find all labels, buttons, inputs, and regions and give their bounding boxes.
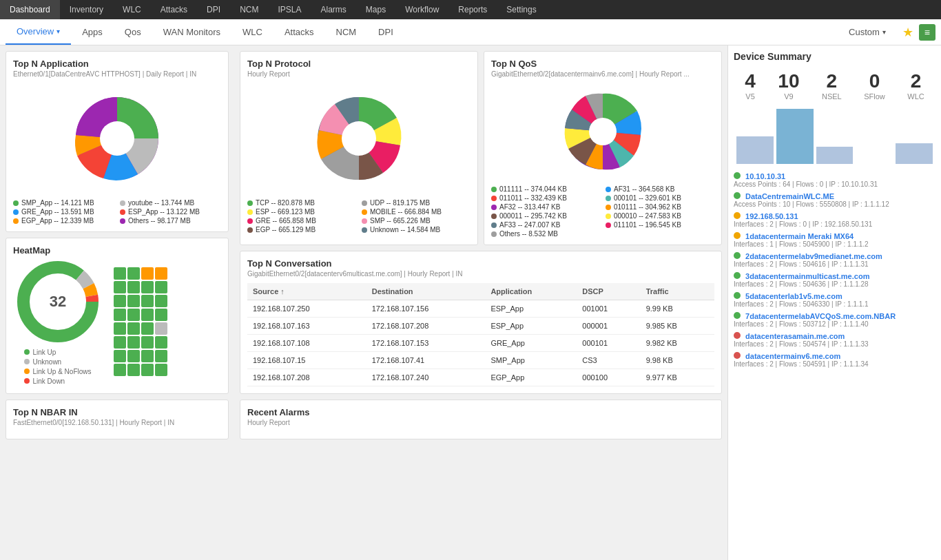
list-item[interactable]: datacentermainv6.me.com Interfaces : 2 |…: [734, 352, 935, 368]
left-panel: Top N Application Ethernet0/1[DataCentre…: [0, 45, 234, 560]
subnav-apps[interactable]: Apps: [71, 19, 114, 45]
device-summary-title: Device Summary: [734, 51, 935, 62]
device-name-row: 7datacentermelabAVCQoS.me.com.NBAR: [734, 312, 935, 320]
subnav-dpi[interactable]: DPI: [367, 19, 404, 45]
list-item[interactable]: 1datacentermain Meraki MX64 Interfaces :…: [734, 232, 935, 248]
cell-source: 192.168.107.208: [247, 369, 366, 386]
subnav-overview[interactable]: Overview ▾: [6, 19, 71, 45]
heatmap-grid: [114, 267, 167, 376]
subnav-attacks[interactable]: Attacks: [273, 19, 325, 45]
top-n-app-title: Top N Application: [13, 59, 221, 69]
recent-alarms-title: Recent Alarms: [247, 407, 714, 417]
cell-dscp: 000101: [577, 335, 640, 352]
nav-reports[interactable]: Reports: [448, 0, 497, 19]
device-status-icon: [734, 272, 741, 279]
svg-text:32: 32: [50, 293, 66, 310]
top-n-nbar-title: Top N NBAR IN: [13, 407, 221, 417]
subnav-qos[interactable]: Qos: [114, 19, 152, 45]
device-name: datacentermainv6.me.com: [745, 352, 840, 360]
subnav-ncm[interactable]: NCM: [325, 19, 368, 45]
device-name-row: datacenterasamain.me.com: [734, 332, 935, 340]
legend-dot: [120, 209, 125, 215]
nav-inventory[interactable]: Inventory: [60, 0, 113, 19]
device-name: 1datacentermain Meraki MX64: [745, 232, 854, 240]
device-status-icon: [734, 312, 741, 319]
device-status-icon: [734, 232, 741, 239]
chevron-down-icon: ▾: [56, 28, 60, 35]
col-dscp: DSCP: [577, 283, 640, 300]
top-n-app-chart: [13, 83, 221, 194]
dashboard-menu-button[interactable]: ≡: [919, 24, 935, 41]
list-item[interactable]: 7datacentermelabAVCQoS.me.com.NBAR Inter…: [734, 312, 935, 328]
list-item[interactable]: 192.168.50.131 Interfaces : 2 | Flows : …: [734, 212, 935, 228]
cell-application: SMP_App: [485, 352, 577, 369]
top-n-app-subtitle: Ethernet0/1[DataCentreAVC HTTPHOST] | Da…: [13, 70, 221, 78]
legend-item: GRE_App -- 13.591 MB: [13, 208, 114, 216]
table-row: 192.168.107.15172.168.107.41SMP_AppCS39.…: [247, 352, 714, 369]
cell-dscp: 000001: [577, 318, 640, 335]
svg-point-11: [589, 118, 617, 145]
device-name-row: DataCentremainWLC.ME: [734, 192, 935, 200]
list-item[interactable]: 2datacentermelabv9medianet.me.com Interf…: [734, 252, 935, 268]
favorite-button[interactable]: ★: [902, 25, 913, 40]
device-status-icon: [734, 192, 741, 199]
device-meta: Access Points : 64 | Flows : 0 | IP : 10…: [734, 180, 935, 188]
legend-dot: [13, 200, 19, 206]
col-destination: Destination: [366, 283, 486, 300]
device-meta: Interfaces : 2 | Flows : 0 | IP : 192.16…: [734, 220, 935, 228]
nav-dashboard[interactable]: Dashboard: [0, 0, 60, 19]
nav-workflow[interactable]: Workflow: [395, 0, 448, 19]
legend-item: youtube -- 13.744 MB: [120, 199, 221, 207]
device-counts: 4 V5 10 V9 2 NSEL 0 SFlow 2 WLC: [734, 70, 935, 101]
device-name-row: 3datacentermainmulticast.me.com: [734, 272, 935, 280]
table-row: 192.168.107.108172.168.107.153GRE_App000…: [247, 335, 714, 352]
heatmap-inner: 32 Link Up Unknown Link Up & NoFlows Lin…: [13, 257, 221, 386]
top-n-qos-legend: 011111 -- 374.044 KB AF31 -- 364.568 KB …: [491, 185, 714, 238]
svg-point-1: [100, 121, 134, 156]
nav-settings[interactable]: Settings: [497, 0, 546, 19]
subnav-wlc[interactable]: WLC: [231, 19, 273, 45]
legend-dot: [120, 218, 125, 224]
nav-wlc[interactable]: WLC: [113, 0, 151, 19]
top-n-qos-chart: [491, 83, 714, 180]
subnav-custom[interactable]: Custom ▾: [838, 27, 897, 37]
device-name: 10.10.10.31: [745, 172, 785, 180]
nav-attacks[interactable]: Attacks: [151, 0, 197, 19]
nav-maps[interactable]: Maps: [356, 0, 395, 19]
table-row: 192.168.107.208172.168.107.240EGP_App000…: [247, 369, 714, 386]
list-item[interactable]: 5datacenterlab1v5.me.com Interfaces : 2 …: [734, 292, 935, 308]
cell-source: 192.168.107.163: [247, 318, 366, 335]
nav-alarms[interactable]: Alarms: [311, 0, 355, 19]
list-item[interactable]: 10.10.10.31 Access Points : 64 | Flows :…: [734, 172, 935, 188]
svg-point-9: [342, 121, 376, 156]
nav-ipsla[interactable]: IPSLA: [268, 0, 311, 19]
col-source: Source ↑: [247, 283, 366, 300]
legend-dot: [13, 218, 19, 224]
main-content: Top N Application Ethernet0/1[DataCentre…: [0, 45, 941, 560]
subnav-wan-monitors[interactable]: WAN Monitors: [152, 19, 231, 45]
cell-destination: 172.168.107.41: [366, 352, 486, 369]
right-panel: Device Summary 4 V5 10 V9 2 NSEL 0 SFlow…: [727, 45, 941, 560]
cell-traffic: 9.98 KB: [641, 352, 714, 369]
heatmap-card: HeatMap 32 L: [6, 238, 229, 394]
device-name: 2datacentermelabv9medianet.me.com: [745, 252, 882, 260]
device-name-row: 10.10.10.31: [734, 172, 935, 180]
top-n-protocol-subtitle: Hourly Report: [247, 70, 470, 78]
nav-ncm[interactable]: NCM: [230, 0, 268, 19]
device-list: 10.10.10.31 Access Points : 64 | Flows :…: [734, 172, 935, 368]
cell-traffic: 9.977 KB: [641, 369, 714, 386]
top-n-application-card: Top N Application Ethernet0/1[DataCentre…: [6, 51, 229, 232]
cell-source: 192.168.107.15: [247, 352, 366, 369]
col-application: Application: [485, 283, 577, 300]
center-panel: Top N Protocol Hourly Report: [234, 45, 727, 560]
device-meta: Interfaces : 2 | Flows : 504616 | IP : 1…: [734, 260, 935, 268]
list-item[interactable]: datacenterasamain.me.com Interfaces : 2 …: [734, 332, 935, 348]
nav-dpi[interactable]: DPI: [197, 0, 230, 19]
cell-dscp: 000100: [577, 369, 640, 386]
list-item[interactable]: DataCentremainWLC.ME Access Points : 10 …: [734, 192, 935, 208]
count-nsel: 2 NSEL: [822, 70, 842, 101]
list-item[interactable]: 3datacentermainmulticast.me.com Interfac…: [734, 272, 935, 288]
sub-navigation: Overview ▾ Apps Qos WAN Monitors WLC Att…: [0, 19, 941, 45]
cell-destination: 172.168.107.208: [366, 318, 486, 335]
device-meta: Access Points : 10 | Flows : 5550808 | I…: [734, 200, 935, 208]
